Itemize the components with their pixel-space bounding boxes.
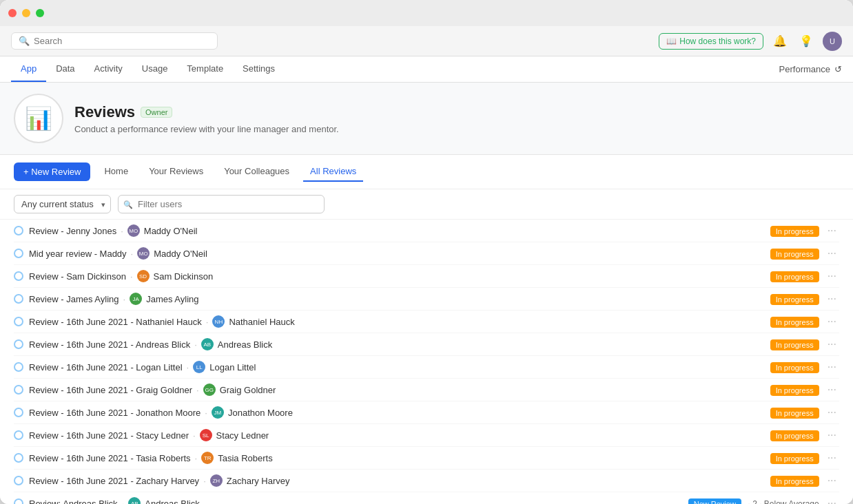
review-title: Review - 16th June 2021 - Andreas Blick … [29,338,765,350]
review-title: Review - 16th June 2021 - Jonathon Moore… [29,406,765,419]
review-row[interactable]: Review - 16th June 2021 - Tasia Roberts … [14,447,839,470]
review-title: Review: Andreas Blick · AB Andreas Blick [29,497,683,504]
more-options-button[interactable]: ··· [825,361,839,373]
review-title: Review - 16th June 2021 - Nathaniel Hauc… [29,315,765,328]
review-status: In progress [770,362,819,372]
app-subtitle: Conduct a performance review with your l… [74,124,839,134]
review-status: In progress [770,430,819,441]
status-badge: In progress [770,453,819,464]
nav-tab-template[interactable]: Template [177,56,233,82]
more-options-button[interactable]: ··· [825,429,839,441]
new-review-button[interactable]: + New Review [14,162,90,181]
app-icon: 📊 [14,94,63,143]
nav-tab-usage[interactable]: Usage [132,56,178,82]
review-status: In progress [770,408,819,418]
review-status: In progress [770,271,819,282]
status-badge: In progress [770,226,819,237]
review-row[interactable]: Review - 16th June 2021 - Andreas Blick … [14,333,839,356]
review-row[interactable]: Review - Jenny Jones · MO Maddy O'Neil I… [14,220,839,242]
more-options-button[interactable]: ··· [825,497,839,504]
review-row[interactable]: Mid year review - Maddy · MO Maddy O'Nei… [14,242,839,265]
review-status: New Review · 2 · Below Average [688,498,819,505]
user-mini-avatar: AB [201,338,214,350]
more-options-button[interactable]: ··· [825,293,839,305]
search-icon: 🔍 [19,36,30,46]
review-status: In progress [770,453,819,463]
review-row[interactable]: Review - 16th June 2021 - Logan Littel ·… [14,356,839,379]
sub-nav: + New Review Home Your Reviews Your Coll… [0,155,853,189]
review-circle-icon [14,339,23,349]
sub-nav-tab-home[interactable]: Home [97,162,135,182]
user-avatar[interactable]: U [823,32,842,51]
review-row[interactable]: Review - James Ayling · JA James Ayling … [14,288,839,311]
nav-tab-data[interactable]: Data [46,56,84,82]
reviews-list-container: Review - Jenny Jones · MO Maddy O'Neil I… [0,220,853,504]
status-badge: In progress [770,317,819,328]
how-it-works-button[interactable]: 📖 How does this work? [659,33,763,50]
review-circle-icon [14,453,23,463]
user-mini-avatar: ZH [210,474,223,487]
more-options-button[interactable]: ··· [825,315,839,328]
more-options-button[interactable]: ··· [825,452,839,464]
app-title-row: Reviews Owner [74,103,839,121]
user-mini-avatar: AB [128,497,141,504]
nav-tab-app[interactable]: App [11,56,46,82]
more-options-button[interactable]: ··· [825,247,839,260]
nav-tab-settings[interactable]: Settings [233,56,285,82]
status-badge: In progress [770,385,819,396]
owner-badge: Owner [141,107,172,118]
notifications-button[interactable]: 🔔 [770,32,790,51]
sub-nav-tab-your-colleagues[interactable]: Your Colleagues [217,162,296,182]
review-status: In progress [770,339,819,350]
review-row[interactable]: Review - 16th June 2021 - Zachary Harvey… [14,470,839,492]
search-input[interactable] [34,36,210,46]
review-circle-icon [14,317,23,326]
refresh-icon[interactable]: ↺ [834,64,842,74]
review-row[interactable]: Review - 16th June 2021 - Jonathon Moore… [14,401,839,424]
status-badge: In progress [770,249,819,260]
app-header: 📊 Reviews Owner Conduct a performance re… [0,83,853,155]
user-mini-avatar: NH [212,315,225,328]
sub-nav-tab-all-reviews[interactable]: All Reviews [303,162,363,182]
review-title: Review - 16th June 2021 - Logan Littel ·… [29,361,765,373]
user-mini-avatar: SL [200,429,212,441]
review-circle-icon [14,226,23,235]
close-button[interactable] [8,9,17,17]
lightbulb-button[interactable]: 💡 [797,32,816,51]
review-status: In progress [770,385,819,395]
review-circle-icon [14,498,23,504]
search-box[interactable]: 🔍 [11,32,218,50]
filter-wrap [118,195,325,213]
app-title: Reviews [74,103,135,121]
more-options-button[interactable]: ··· [825,224,839,237]
review-circle-icon [14,249,23,258]
review-title: Review - 16th June 2021 - Zachary Harvey… [29,474,765,487]
status-select-wrap: Any current status [14,195,111,213]
status-badge: In progress [770,362,819,373]
review-row[interactable]: Review - 16th June 2021 - Stacy Ledner ·… [14,424,839,447]
user-mini-avatar: MO [137,247,150,260]
more-options-button[interactable]: ··· [825,270,839,282]
review-row[interactable]: Review - 16th June 2021 - Graig Goldner … [14,379,839,401]
more-options-button[interactable]: ··· [825,384,839,396]
review-circle-icon [14,362,23,372]
status-badge: In progress [770,271,819,282]
review-title: Mid year review - Maddy · MO Maddy O'Nei… [29,247,765,260]
maximize-button[interactable] [36,9,44,17]
more-options-button[interactable]: ··· [825,338,839,350]
status-select[interactable]: Any current status [14,195,111,213]
app-title-area: Reviews Owner Conduct a performance revi… [74,103,839,134]
minimize-button[interactable] [22,9,30,17]
status-badge: In progress [770,430,819,441]
sub-nav-tab-your-reviews[interactable]: Your Reviews [142,162,210,182]
filter-users-input[interactable] [118,195,325,213]
review-row[interactable]: Review - 16th June 2021 - Nathaniel Hauc… [14,311,839,333]
review-title: Review - 16th June 2021 - Tasia Roberts … [29,452,765,464]
more-options-button[interactable]: ··· [825,474,839,487]
review-row[interactable]: Review: Andreas Blick · AB Andreas Blick… [14,492,839,504]
nav-tab-activity[interactable]: Activity [85,56,132,82]
more-options-button[interactable]: ··· [825,406,839,419]
reviews-list: Review - Jenny Jones · MO Maddy O'Neil I… [0,220,853,504]
review-row[interactable]: Review - Sam Dickinson · SD Sam Dickinso… [14,265,839,288]
nav-right: Performance ↺ [779,64,842,74]
